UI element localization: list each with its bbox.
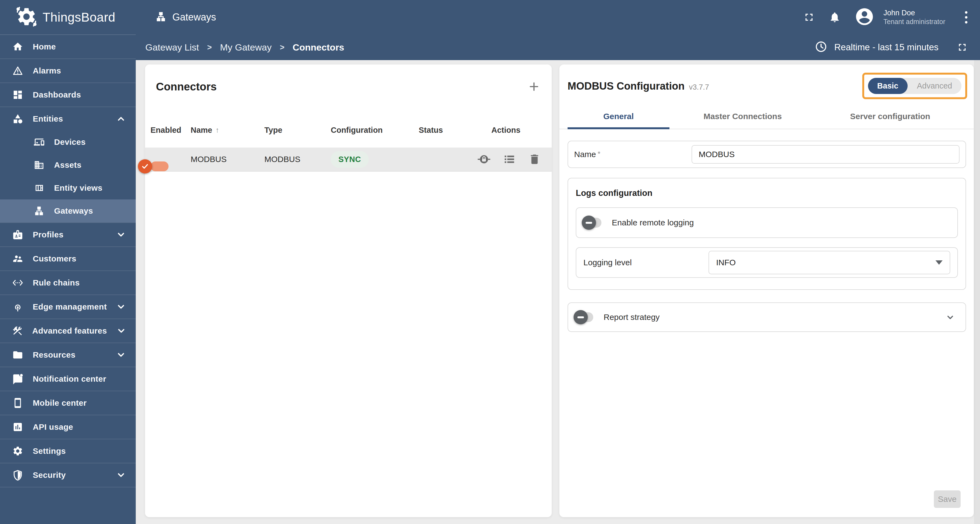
chevron-up-icon xyxy=(116,114,126,124)
sidebar-item-security[interactable]: Security xyxy=(0,463,136,487)
notifications-bell-icon[interactable] xyxy=(829,11,841,23)
logging-level-value: INFO xyxy=(716,258,736,267)
column-name[interactable]: Name ↑ xyxy=(191,126,264,135)
tab-master-connections[interactable]: Master Connections xyxy=(670,104,816,129)
profiles-badge-icon xyxy=(12,229,24,240)
sidebar-item-rule-chains[interactable]: Rule chains xyxy=(0,271,136,295)
minus-icon xyxy=(582,215,596,230)
logging-level-select[interactable]: INFO xyxy=(708,251,950,274)
thingsboard-logo-icon xyxy=(16,6,37,29)
gateways-lan-icon xyxy=(156,11,166,23)
assets-building-icon xyxy=(33,160,45,170)
config-title: MODBUS Configuration xyxy=(568,80,685,92)
chevron-down-icon xyxy=(116,230,126,240)
connectors-title: Connectors xyxy=(156,81,216,93)
rpc-lock-icon[interactable] xyxy=(477,153,490,166)
logging-level-label: Logging level xyxy=(584,258,698,267)
clock-icon xyxy=(815,40,827,54)
dropdown-arrow-icon xyxy=(935,260,943,265)
sidebar-item-resources[interactable]: Resources xyxy=(0,343,136,366)
tab-server-configuration[interactable]: Server configuration xyxy=(816,104,964,129)
fullscreen-icon[interactable] xyxy=(803,11,815,23)
report-strategy-toggle[interactable] xyxy=(575,310,593,324)
sidebar-item-home[interactable]: Home xyxy=(0,35,136,59)
alarm-warning-icon xyxy=(12,65,24,76)
mode-basic-button[interactable]: Basic xyxy=(868,78,908,94)
avatar[interactable] xyxy=(854,6,875,28)
dashboard-fullscreen-icon[interactable] xyxy=(956,41,968,53)
more-menu-icon[interactable] xyxy=(963,10,969,25)
thingsboard-app: ThingsBoard Gateways John Doe Tenant adm… xyxy=(0,0,980,524)
home-icon xyxy=(12,41,24,52)
remote-logging-label: Enable remote logging xyxy=(612,218,694,227)
name-field-row: Name* xyxy=(568,141,966,168)
main-content: Connectors Enabled Name ↑ Type Configura… xyxy=(136,60,980,524)
delete-icon[interactable] xyxy=(528,153,541,166)
gateways-lan-icon xyxy=(33,206,45,216)
remote-logging-toggle[interactable] xyxy=(584,215,601,230)
sidebar-item-dashboards[interactable]: Dashboards xyxy=(0,83,136,107)
shield-icon xyxy=(12,470,24,481)
breadcrumb-separator: > xyxy=(280,43,284,52)
smartphone-icon xyxy=(12,398,24,408)
gear-icon xyxy=(12,446,24,457)
chevron-down-icon xyxy=(116,470,126,480)
name-input[interactable] xyxy=(692,145,959,164)
report-strategy-label: Report strategy xyxy=(604,312,660,322)
breadcrumb: Gateway List > My Gateway > Connectors xyxy=(145,42,344,53)
sidebar-item-alarms[interactable]: Alarms xyxy=(0,59,136,83)
sidebar-item-api-usage[interactable]: API usage xyxy=(0,415,136,439)
sidebar-item-advanced-features[interactable]: Advanced features xyxy=(0,319,136,342)
sidebar-item-edge-management[interactable]: Edge management xyxy=(0,295,136,319)
folder-icon xyxy=(12,349,24,360)
sidebar-item-settings[interactable]: Settings xyxy=(0,439,136,463)
report-strategy-row: Report strategy xyxy=(568,303,966,332)
tab-general[interactable]: General xyxy=(568,104,670,129)
devices-icon xyxy=(33,137,45,147)
page-title: Gateways xyxy=(156,11,216,23)
breadcrumb-my-gateway[interactable]: My Gateway xyxy=(220,42,272,53)
save-button[interactable]: Save xyxy=(934,491,961,508)
sidebar-item-customers[interactable]: Customers xyxy=(0,247,136,271)
column-configuration: Configuration xyxy=(331,126,419,135)
check-icon xyxy=(138,159,152,174)
user-info[interactable]: John Doe Tenant administrator xyxy=(883,8,945,26)
sidebar-item-mobile-center[interactable]: Mobile center xyxy=(0,391,136,415)
entities-category-icon xyxy=(12,113,24,124)
sidebar-item-devices[interactable]: Devices xyxy=(0,131,136,153)
expand-chevron-down-icon[interactable] xyxy=(945,312,956,323)
edge-tethering-icon xyxy=(12,301,24,312)
logs-configuration-section: Logs configuration Enable remote logging… xyxy=(568,178,966,290)
brand[interactable]: ThingsBoard xyxy=(0,6,136,29)
breadcrumb-separator: > xyxy=(207,43,212,52)
column-enabled: Enabled xyxy=(151,126,191,135)
sidebar-item-notification-center[interactable]: Notification center xyxy=(0,367,136,391)
sidebar-item-entity-views[interactable]: Entity views xyxy=(0,177,136,199)
sidebar-item-gateways[interactable]: Gateways xyxy=(0,199,136,222)
sidebar-item-profiles[interactable]: Profiles xyxy=(0,223,136,247)
connectors-table-header: Enabled Name ↑ Type Configuration Status… xyxy=(145,123,552,137)
sidebar: Home Alarms Dashboards Entities Devic xyxy=(0,34,136,524)
active-tab-indicator xyxy=(568,127,670,129)
chevron-down-icon xyxy=(116,302,126,312)
minus-icon xyxy=(574,310,588,324)
breadcrumb-gateway-list[interactable]: Gateway List xyxy=(145,42,199,53)
column-actions: Actions xyxy=(477,126,545,135)
sidebar-item-entities[interactable]: Entities xyxy=(0,107,136,131)
sidebar-item-assets[interactable]: Assets xyxy=(0,153,136,177)
customers-people-icon xyxy=(12,253,24,264)
name-field-label: Name* xyxy=(574,150,692,159)
breadcrumb-bar: Gateway List > My Gateway > Connectors R… xyxy=(0,34,980,60)
configuration-sync-badge: SYNC xyxy=(331,151,369,168)
add-connector-button[interactable] xyxy=(526,79,542,94)
scrollbar[interactable] xyxy=(974,60,980,524)
connector-type: MODBUS xyxy=(264,154,331,164)
config-tabs: General Master Connections Server config… xyxy=(559,104,974,129)
top-bar: ThingsBoard Gateways John Doe Tenant adm… xyxy=(0,0,980,34)
mode-advanced-button[interactable]: Advanced xyxy=(908,78,961,94)
remote-logging-row: Enable remote logging xyxy=(576,207,958,238)
logs-list-icon[interactable] xyxy=(503,153,515,166)
table-row[interactable]: MODBUS MODBUS SYNC xyxy=(145,148,552,172)
notification-center-icon xyxy=(12,373,24,384)
timewindow[interactable]: Realtime - last 15 minutes xyxy=(815,40,968,54)
